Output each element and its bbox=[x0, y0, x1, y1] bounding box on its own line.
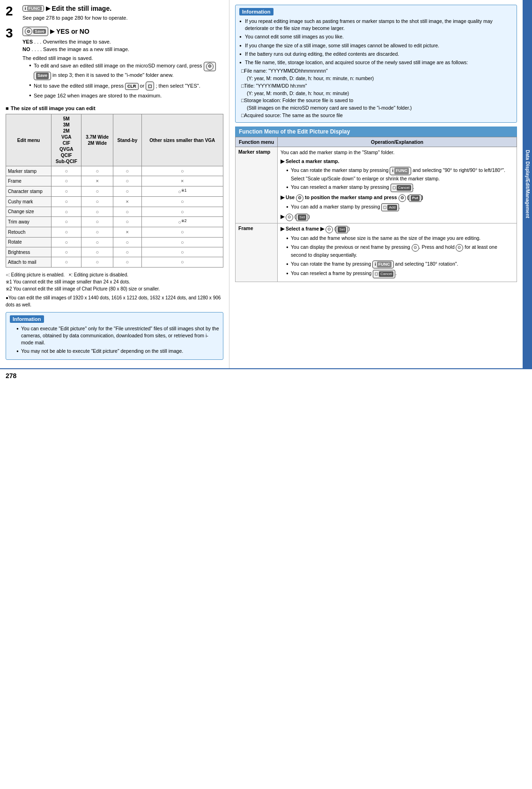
frame-b1: You can add the frame whose size is the … bbox=[286, 235, 514, 242]
func-label: FUNC bbox=[27, 6, 42, 11]
circ2: ⊙ bbox=[206, 63, 214, 70]
edit-table: Edit menu 5M3M2MVGACIFQVGAQCIFSub-QCIF 3… bbox=[6, 114, 223, 268]
cancel-btn1[interactable]: ◻Cancel bbox=[391, 184, 413, 192]
step2-func-button[interactable]: i FUNC bbox=[22, 5, 44, 12]
table-row: Trim away ○ ○ ○ ○※2 bbox=[6, 216, 223, 227]
trim-c1: ○ bbox=[51, 216, 81, 227]
table-row: Character stamp ○ ○ ○ ○※1 bbox=[6, 186, 223, 197]
table-row: Rotate ○ ○ ○ ○ bbox=[6, 237, 223, 247]
frame-c1: ○ bbox=[51, 176, 81, 186]
add-btn[interactable]: ◻Add bbox=[381, 203, 399, 212]
marker-stamp-func-content: You can add the marker stamp in the "Sta… bbox=[281, 149, 514, 222]
step-3-title-text: YES or NO bbox=[56, 28, 89, 35]
sidebar-tab-container: Data Display/Edit/Management bbox=[523, 0, 532, 368]
step-2-title: i FUNC ▶ Edit the still image. bbox=[22, 5, 223, 12]
marker-bullets2: You can add a marker stamp by pressing ◻… bbox=[286, 203, 514, 212]
table-row: Brightness ○ ○ ○ ○ bbox=[6, 247, 223, 257]
cancel-btn2[interactable]: ◻Cancel bbox=[373, 270, 395, 278]
step3-save-button[interactable]: ⊙ Save bbox=[22, 27, 48, 36]
set-btn1[interactable]: Set bbox=[296, 214, 308, 221]
marker-c1: ○ bbox=[51, 166, 81, 176]
no-desc: Saves the image as a new still image. bbox=[43, 46, 129, 52]
file-name-line: □File name: "YYYYMMDDhhmmnnnnn" bbox=[241, 67, 513, 75]
select-frame-text: Select a frame bbox=[286, 226, 319, 231]
changesize-c3: ○ bbox=[113, 207, 142, 216]
row-brightness-label: Brightness bbox=[6, 247, 52, 257]
col-wide: 3.7M Wide2M Wide bbox=[81, 114, 113, 166]
func-frame-row: Frame ▶ Select a frame ▶ ⊙ (Set) bbox=[236, 223, 517, 282]
title-line: □Title: "YYYY/MM/DD hh:mm" bbox=[241, 82, 513, 90]
put-btn[interactable]: Put bbox=[409, 194, 421, 202]
bullet-1: To edit and save an edited still image o… bbox=[29, 62, 223, 80]
bright-c2: ○ bbox=[81, 247, 113, 257]
yes-dots: . . . bbox=[34, 39, 43, 45]
step-3-number: 3 bbox=[6, 27, 19, 40]
trim-c3: ○ bbox=[113, 216, 142, 227]
marker-c4: ○ bbox=[141, 166, 223, 176]
right-info-list: If you repeat editing image such as past… bbox=[239, 18, 513, 66]
row-change-size-label: Change size bbox=[6, 207, 52, 216]
use-text: Use ⊙ to position the marker stamp and p… bbox=[286, 194, 423, 200]
i-func-btn2[interactable]: i FUNC bbox=[372, 261, 394, 269]
marker-intro: You can add the marker stamp in the "Sta… bbox=[281, 149, 514, 156]
frame-b3: You can rotate the frame by pressing i F… bbox=[286, 261, 514, 269]
set-lbl1: Set bbox=[298, 215, 306, 220]
save-btn2[interactable]: Save bbox=[34, 72, 51, 80]
row-marker-stamp-label: Marker stamp bbox=[6, 166, 52, 176]
yes-line: YES . . . Overwrites the image to save. bbox=[22, 38, 223, 46]
table-section-header: The size of still image you can edit bbox=[6, 105, 223, 111]
right-info-1: If you repeat editing image such as past… bbox=[239, 18, 513, 32]
marker-b3: You can add a marker stamp by pressing ◻… bbox=[286, 203, 514, 212]
circle-btn[interactable]: ⊙ bbox=[204, 62, 216, 71]
frame-select-action: ▶ Select a frame ▶ ⊙ (Set) bbox=[281, 225, 514, 233]
right-info-4: If the battery runs out during editing, … bbox=[239, 51, 513, 58]
rotate-c2: ○ bbox=[81, 237, 113, 247]
bright-c1: ○ bbox=[51, 247, 81, 257]
arrow2: ▶ bbox=[281, 194, 284, 200]
table-row: Marker stamp ○ ○ ○ ○ bbox=[6, 166, 223, 176]
changesize-c1: ○ bbox=[51, 207, 81, 216]
main-content: 2 i FUNC ▶ Edit the still image. See pag… bbox=[0, 0, 532, 368]
frame-c3: ○ bbox=[113, 176, 142, 186]
row-cushy-label: Cushy mark bbox=[6, 197, 52, 207]
no-label: NO bbox=[22, 46, 30, 52]
circle4: ⊙ bbox=[399, 194, 406, 202]
sidebar-tab: Data Display/Edit/Management bbox=[523, 0, 532, 368]
step-3-block: 3 ⊙ Save ▶ YES or NO YES . . . bbox=[6, 27, 223, 101]
circle6: ⊙ bbox=[325, 226, 333, 233]
set-btn2[interactable]: Set bbox=[336, 226, 348, 233]
retouch-c3: × bbox=[113, 227, 142, 237]
bullet-3: See page 162 when images are stored to t… bbox=[29, 92, 223, 100]
func-frame-content: ▶ Select a frame ▶ ⊙ (Set) You can add t… bbox=[278, 223, 517, 282]
cushy-c3: × bbox=[113, 197, 142, 207]
add-lbl: Add bbox=[387, 205, 397, 210]
col-edit-menu: Edit menu bbox=[6, 114, 52, 166]
bullet-2: Not to save the edited still image, pres… bbox=[29, 82, 223, 90]
func-frame-name: Frame bbox=[236, 223, 278, 282]
retouch-c2: ○ bbox=[81, 227, 113, 237]
table-row: Frame ○ × ○ × bbox=[6, 176, 223, 186]
save-label: Save bbox=[33, 29, 46, 34]
circle7: ⊙ bbox=[412, 244, 419, 252]
edited-desc: The edited still image is saved. bbox=[22, 54, 223, 62]
i-func-btn[interactable]: i FUNC bbox=[390, 167, 411, 175]
row-retouch-label: Retouch bbox=[6, 227, 52, 237]
storage-desc: (Still images on the microSD memory card… bbox=[241, 104, 513, 112]
table-row: Retouch ○ ○ × ○ bbox=[6, 227, 223, 237]
changesize-c4: ○ bbox=[141, 207, 223, 216]
func-table-body: Marker stamp You can add the marker stam… bbox=[236, 147, 517, 282]
step-3-content: ⊙ Save ▶ YES or NO YES . . . Overwrites … bbox=[22, 27, 223, 101]
clr-button[interactable]: CLR bbox=[125, 83, 139, 90]
put-lbl: Put bbox=[411, 195, 420, 201]
back-btn[interactable]: ◻ bbox=[146, 82, 154, 90]
acquired-line: □Acquired source: The same as the source… bbox=[241, 112, 513, 119]
no-dots: . . . . bbox=[32, 46, 43, 52]
cancel-lbl2: Cancel bbox=[379, 271, 393, 277]
left-info-item-2: You may not be able to execute "Edit pic… bbox=[16, 348, 219, 355]
save-lbl2: Save bbox=[36, 73, 49, 79]
retouch-c1: ○ bbox=[51, 227, 81, 237]
step-2-content: i FUNC ▶ Edit the still image. See page … bbox=[22, 5, 223, 22]
row-frame-label: Frame bbox=[6, 176, 52, 186]
i-char2: i bbox=[375, 261, 376, 268]
cancel-lbl1: Cancel bbox=[397, 185, 411, 191]
